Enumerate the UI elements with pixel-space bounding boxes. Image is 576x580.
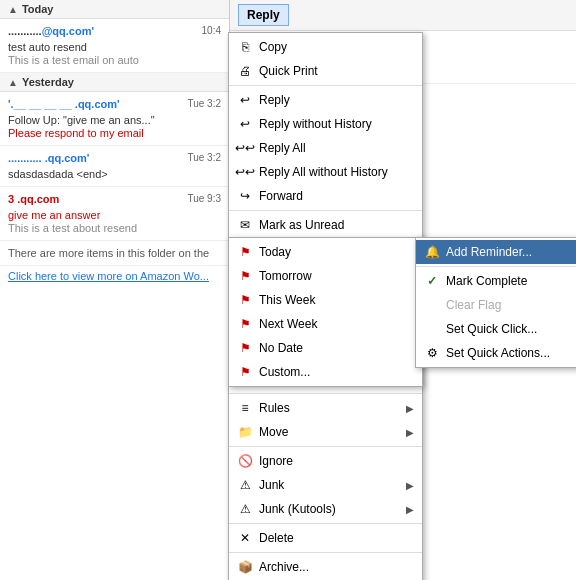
- flag-no-date-icon: ⚑: [237, 340, 253, 356]
- followup-no-date[interactable]: ⚑ No Date: [229, 336, 422, 360]
- junk-k-icon: ⚠: [237, 501, 253, 517]
- followup-next-week[interactable]: ⚑ Next Week: [229, 312, 422, 336]
- followup-tomorrow[interactable]: ⚑ Tomorrow: [229, 264, 422, 288]
- menu-move[interactable]: 📁 Move ▶: [229, 420, 422, 444]
- email-item-1[interactable]: ...........@qq.com' 10:4 test auto resen…: [0, 19, 229, 73]
- rules-arrow: ▶: [406, 403, 414, 414]
- menu-quick-print[interactable]: 🖨 Quick Print: [229, 59, 422, 83]
- sep-5: [229, 393, 422, 394]
- menu-mark-unread-label: Mark as Unread: [259, 218, 414, 232]
- followup-today[interactable]: ⚑ Today: [229, 240, 422, 264]
- action-set-quick-click[interactable]: Set Quick Click...: [416, 317, 576, 341]
- section-yesterday: ▲ Yesterday: [0, 73, 229, 92]
- move-icon: 📁: [237, 424, 253, 440]
- action-mark-complete[interactable]: ✓ Mark Complete: [416, 269, 576, 293]
- reply-button[interactable]: Reply: [238, 4, 289, 26]
- email-sender-4: 3 .qq.com: [8, 193, 59, 205]
- flag-this-week-icon: ⚑: [237, 292, 253, 308]
- action-mark-complete-label: Mark Complete: [446, 274, 576, 288]
- junk-arrow: ▶: [406, 480, 414, 491]
- email-subject-4: give me an answer: [8, 209, 221, 221]
- section-yesterday-arrow: ▲: [8, 77, 18, 88]
- email-sender-2: '.__ __ __ __ .qq.com': [8, 98, 120, 110]
- menu-rules[interactable]: ≡ Rules ▶: [229, 396, 422, 420]
- actions-submenu: 🔔 Add Reminder... ✓ Mark Complete Clear …: [415, 237, 576, 368]
- action-set-quick-actions-label: Set Quick Actions...: [446, 346, 576, 360]
- sep-action-1: [416, 266, 576, 267]
- section-today-arrow: ▲: [8, 4, 18, 15]
- email-time-3: Tue 3:2: [187, 152, 221, 163]
- email-item-3[interactable]: ........... .qq.com' Tue 3:2 sdasdasdada…: [0, 146, 229, 187]
- reply-all-nh-icon: ↩↩: [237, 164, 253, 180]
- sep-8: [229, 552, 422, 553]
- flag-next-week-icon: ⚑: [237, 316, 253, 332]
- section-today-label: Today: [22, 3, 54, 15]
- menu-copy-label: Copy: [259, 40, 414, 54]
- sep-2: [229, 210, 422, 211]
- sep-1: [229, 85, 422, 86]
- action-set-quick-actions[interactable]: ⚙ Set Quick Actions...: [416, 341, 576, 365]
- followup-next-week-label: Next Week: [259, 317, 414, 331]
- action-clear-flag: Clear Flag: [416, 293, 576, 317]
- followup-custom[interactable]: ⚑ Custom...: [229, 360, 422, 384]
- menu-reply[interactable]: ↩ Reply: [229, 88, 422, 112]
- action-add-reminder-label: Add Reminder...: [446, 245, 576, 259]
- menu-reply-all-no-history-label: Reply All without History: [259, 165, 414, 179]
- menu-junk-kutools[interactable]: ⚠ Junk (Kutools) ▶: [229, 497, 422, 521]
- toolbar: Reply: [230, 0, 576, 31]
- reply-nh-icon: ↩: [237, 116, 253, 132]
- reminder-icon: 🔔: [424, 244, 440, 260]
- email-item-4[interactable]: 3 .qq.com Tue 9:3 give me an answer This…: [0, 187, 229, 241]
- action-clear-flag-label: Clear Flag: [446, 298, 576, 312]
- email-item-2[interactable]: '.__ __ __ __ .qq.com' Tue 3:2 Follow Up…: [0, 92, 229, 146]
- clear-flag-icon: [424, 297, 440, 313]
- action-set-quick-click-label: Set Quick Click...: [446, 322, 576, 336]
- section-yesterday-label: Yesterday: [22, 76, 74, 88]
- menu-reply-no-history[interactable]: ↩ Reply without History: [229, 112, 422, 136]
- email-list-panel: ▲ Today ...........@qq.com' 10:4 test au…: [0, 0, 230, 580]
- flag-tomorrow-icon: ⚑: [237, 268, 253, 284]
- email-preview-1: This is a test email on auto: [8, 54, 221, 66]
- print-icon: 🖨: [237, 63, 253, 79]
- menu-delete-label: Delete: [259, 531, 414, 545]
- email-subject-1: test auto resend: [8, 41, 221, 53]
- menu-reply-no-history-label: Reply without History: [259, 117, 414, 131]
- email-preview-4: This is a test about resend: [8, 222, 221, 234]
- section-today: ▲ Today: [0, 0, 229, 19]
- unread-icon: ✉: [237, 217, 253, 233]
- menu-copy[interactable]: ⎘ Copy: [229, 35, 422, 59]
- email-time-1: 10:4: [202, 25, 221, 36]
- menu-junk-label: Junk: [259, 478, 400, 492]
- followup-tomorrow-label: Tomorrow: [259, 269, 414, 283]
- menu-delete[interactable]: ✕ Delete: [229, 526, 422, 550]
- delete-icon: ✕: [237, 530, 253, 546]
- menu-reply-all[interactable]: ↩↩ Reply All: [229, 136, 422, 160]
- footer-link[interactable]: Click here to view more on Amazon Wo...: [0, 266, 229, 286]
- reply-icon: ↩: [237, 92, 253, 108]
- menu-archive-label: Archive...: [259, 560, 414, 574]
- followup-no-date-label: No Date: [259, 341, 414, 355]
- menu-forward[interactable]: ↪ Forward: [229, 184, 422, 208]
- email-sender-3: ........... .qq.com': [8, 152, 89, 164]
- check-icon: ✓: [424, 273, 440, 289]
- ignore-icon: 🚫: [237, 453, 253, 469]
- menu-reply-label: Reply: [259, 93, 414, 107]
- action-add-reminder[interactable]: 🔔 Add Reminder...: [416, 240, 576, 264]
- email-subject-3: sdasdasdada <end>: [8, 168, 221, 180]
- menu-junk-kutools-label: Junk (Kutools): [259, 502, 400, 516]
- menu-reply-all-label: Reply All: [259, 141, 414, 155]
- menu-ignore[interactable]: 🚫 Ignore: [229, 449, 422, 473]
- email-sender-1: ...........@qq.com': [8, 25, 94, 37]
- flag-custom-icon: ⚑: [237, 364, 253, 380]
- menu-junk[interactable]: ⚠ Junk ▶: [229, 473, 422, 497]
- menu-archive[interactable]: 📦 Archive...: [229, 555, 422, 579]
- menu-reply-all-no-history[interactable]: ↩↩ Reply All without History: [229, 160, 422, 184]
- email-subject-2: Follow Up: "give me an ans...": [8, 114, 221, 126]
- archive-icon: 📦: [237, 559, 253, 575]
- menu-mark-unread[interactable]: ✉ Mark as Unread: [229, 213, 422, 237]
- menu-forward-label: Forward: [259, 189, 414, 203]
- reply-all-icon: ↩↩: [237, 140, 253, 156]
- email-time-2: Tue 3:2: [187, 98, 221, 109]
- followup-this-week[interactable]: ⚑ This Week: [229, 288, 422, 312]
- followup-submenu: ⚑ Today ⚑ Tomorrow ⚑ This Week ⚑ Next We…: [228, 237, 423, 387]
